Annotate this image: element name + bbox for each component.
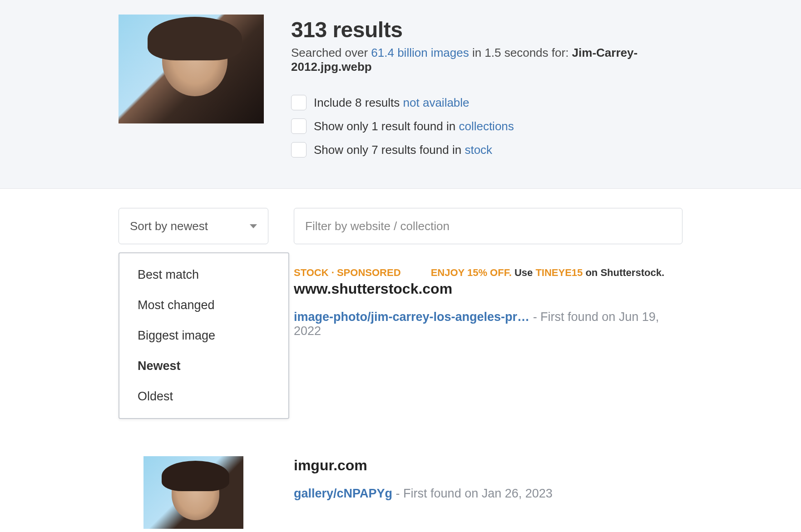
checkbox-icon[interactable] <box>291 142 307 158</box>
result-first-found: - First found on Jan 26, 2023 <box>396 487 553 500</box>
result-path-link[interactable]: image-photo/jim-carrey-los-angeles-pr… <box>294 310 529 324</box>
checkbox-icon[interactable] <box>291 118 307 134</box>
sort-option-most-changed[interactable]: Most changed <box>119 290 288 320</box>
filter-not-available-text: Include 8 results <box>314 96 403 109</box>
not-available-link[interactable]: not available <box>403 96 470 109</box>
stock-sponsored-badge: STOCK · SPONSORED <box>294 267 401 279</box>
filter-collections-text: Show only 1 result found in <box>314 119 459 133</box>
sort-option-newest[interactable]: Newest <box>119 351 288 381</box>
collections-link[interactable]: collections <box>459 119 514 133</box>
promo-mid: Use <box>512 267 536 278</box>
filter-stock[interactable]: Show only 7 results found in stock <box>291 142 682 158</box>
sort-selected-label: Sort by newest <box>130 219 208 233</box>
result-domain[interactable]: www.shutterstock.com <box>294 281 682 297</box>
promo-lead: ENJOY 15% OFF. <box>431 267 512 278</box>
sort-dropdown-toggle[interactable]: Sort by newest <box>119 208 268 244</box>
checkbox-icon[interactable] <box>291 95 307 110</box>
result-thumb-col <box>119 456 268 529</box>
filter-collections[interactable]: Show only 1 result found in collections <box>291 118 682 134</box>
filter-website-input[interactable] <box>294 208 682 244</box>
search-meta-line: Searched over 61.4 billion images in 1.5… <box>291 46 682 74</box>
result-domain[interactable]: imgur.com <box>294 457 682 474</box>
searched-prefix: Searched over <box>291 46 371 59</box>
promo-tail: on Shutterstock. <box>583 267 664 278</box>
sort-option-biggest-image[interactable]: Biggest image <box>119 320 288 351</box>
results-count-title: 313 results <box>291 17 682 42</box>
time-phrase: in 1.5 seconds for: <box>469 46 572 59</box>
query-image-thumbnail[interactable] <box>119 15 264 123</box>
promo-text: ENJOY 15% OFF. Use TINEYE15 on Shutterst… <box>431 267 664 279</box>
chevron-down-icon <box>250 224 257 228</box>
filter-checkboxes: Include 8 results not available Show onl… <box>291 95 682 158</box>
sort-dropdown-menu: Best match Most changed Biggest image Ne… <box>119 252 289 419</box>
promo-code: TINEYE15 <box>535 267 583 278</box>
sort-option-oldest[interactable]: Oldest <box>119 381 288 412</box>
result-thumbnail[interactable] <box>143 456 243 529</box>
index-size-link[interactable]: 61.4 billion images <box>371 46 469 59</box>
sort-option-best-match[interactable]: Best match <box>119 260 288 290</box>
result-path-link[interactable]: gallery/cNPAPYg <box>294 487 392 500</box>
filter-stock-text: Show only 7 results found in <box>314 143 465 157</box>
controls-row: Sort by newest Best match Most changed B… <box>119 189 682 244</box>
search-summary-header: 313 results Searched over 61.4 billion i… <box>0 0 801 189</box>
filter-not-available[interactable]: Include 8 results not available <box>291 95 682 110</box>
stock-link[interactable]: stock <box>465 143 492 157</box>
